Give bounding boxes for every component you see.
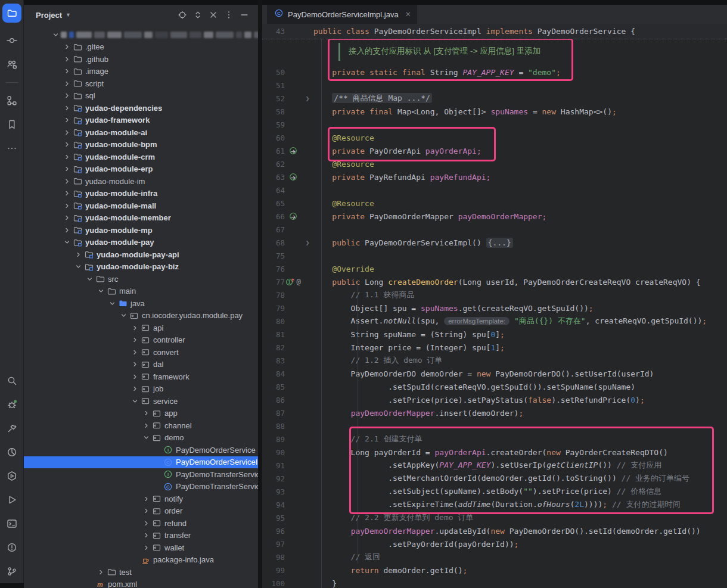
chevron-down-icon[interactable] [61, 238, 72, 247]
code-line-51[interactable]: 51 [262, 79, 727, 92]
tree-item-transfer[interactable]: transfer [24, 530, 258, 542]
panel-separator[interactable] [258, 0, 262, 588]
code-line-52[interactable]: 52❯ /** 商品信息 Map ...*/ [262, 92, 727, 105]
code-editor[interactable]: 接入的支付应用标识 从 [支付管理 -> 应用信息] 里添加50 private… [262, 39, 727, 588]
tree-item-PayDemoOrderService[interactable]: IPayDemoOrderService [24, 444, 258, 456]
tree-item-pom.xml[interactable]: mpom.xml [24, 578, 258, 588]
tree-item-service[interactable]: service [24, 395, 258, 407]
tree-item-yudao-module-erp[interactable]: yudao-module-erp [24, 163, 258, 176]
chevron-right-icon[interactable] [61, 176, 72, 186]
chevron-right-icon[interactable] [73, 250, 83, 259]
tree-item-sql[interactable]: sql [24, 90, 258, 102]
chevron-right-icon[interactable] [61, 164, 72, 174]
tree-item-yudao-module-mall[interactable]: yudao-module-mall [24, 200, 258, 212]
run-icon[interactable] [6, 494, 18, 506]
tree-item-yudao-module-bpm[interactable]: yudao-module-bpm [24, 139, 258, 151]
project-panel-title[interactable]: Project [36, 11, 62, 20]
rendered-doc-comment[interactable]: 接入的支付应用标识 从 [支付管理 -> 应用信息] 里添加 [262, 39, 727, 66]
pull-requests-icon[interactable]: ? [6, 58, 18, 70]
tree-item-PayDemoOrderServiceImpl[interactable]: CPayDemoOrderServiceImpl [24, 456, 258, 469]
code-line-76[interactable]: 76 @Override [262, 262, 727, 275]
project-icon[interactable] [2, 4, 21, 23]
tree-item-dal[interactable]: dal [24, 359, 258, 371]
code-line-65[interactable]: 65 @Resource [262, 197, 727, 210]
tree-item-root-redacted[interactable] [24, 29, 258, 41]
chevron-down-icon[interactable] [141, 433, 151, 443]
chevron-right-icon[interactable] [129, 335, 140, 345]
inject-gutter-icon[interactable] [285, 212, 302, 221]
tree-item-cn.iocoder.yudao.module.pay[interactable]: cn.iocoder.yudao.module.pay [24, 310, 258, 322]
chevron-right-icon[interactable] [129, 347, 140, 357]
tree-item-framework[interactable]: framework [24, 371, 258, 383]
structure-icon[interactable] [6, 95, 18, 107]
tree-item-yudao-module-pay-api[interactable]: yudao-module-pay-api [24, 248, 258, 261]
code-line-90[interactable]: 90 Long payOrderId = payOrderApi.createO… [262, 446, 727, 459]
tab-close-icon[interactable]: ✕ [405, 10, 411, 18]
code-line-80[interactable]: 80 Assert.notNull(spu, errorMsgTemplate:… [262, 315, 727, 328]
tree-item-yudao-module-infra[interactable]: yudao-module-infra [24, 188, 258, 200]
search-icon[interactable] [6, 375, 18, 387]
chevron-right-icon[interactable] [141, 506, 151, 516]
tree-item-yudao-module-mp[interactable]: yudao-module-mp [24, 224, 258, 237]
fold-arrow-icon[interactable]: ❯ [302, 239, 313, 247]
chevron-right-icon[interactable] [61, 103, 72, 113]
collapse-all-icon[interactable] [206, 8, 221, 21]
code-line-97[interactable]: 97 .setPayOrderId(payOrderId)); [262, 537, 727, 550]
chevron-right-icon[interactable] [129, 372, 140, 381]
build-icon[interactable] [6, 422, 18, 434]
project-tree[interactable]: .gitee.github.imagescriptsqlyudao-depend… [24, 29, 258, 588]
version-control-icon[interactable] [6, 565, 18, 577]
tree-item-package-info.java[interactable]: package-info.java [24, 554, 258, 567]
code-line-95[interactable]: 95 // 2.2 更新支付单到 demo 订单 [262, 511, 727, 524]
chevron-right-icon[interactable] [129, 384, 140, 394]
code-line-75[interactable]: 75 [262, 249, 727, 262]
code-line-67[interactable]: 67 [262, 223, 727, 236]
tree-item-yudao-dependencies[interactable]: yudao-dependencies [24, 102, 258, 114]
commit-icon[interactable] [6, 35, 18, 46]
tree-item-refund[interactable]: refund [24, 517, 258, 530]
debug-icon[interactable] [6, 399, 18, 410]
chevron-right-icon[interactable] [141, 531, 151, 540]
tree-item-controller[interactable]: controller [24, 334, 258, 347]
chevron-down-icon[interactable] [129, 396, 140, 406]
code-line-78[interactable]: 78 // 1.1 获得商品 [262, 288, 727, 301]
tree-item-wallet[interactable]: wallet [24, 542, 258, 554]
code-line-82[interactable]: 82 Integer price = (Integer) spu[1]; [262, 341, 727, 354]
chevron-right-icon[interactable] [61, 91, 72, 101]
chevron-right-icon[interactable] [141, 421, 151, 430]
tree-item-yudao-module-pay-biz[interactable]: yudao-module-pay-biz [24, 261, 258, 273]
locate-file-icon[interactable] [175, 8, 190, 21]
tree-item-PayDemoTransferServiceImpl[interactable]: CPayDemoTransferServiceImpl [24, 481, 258, 493]
code-line-93[interactable]: 93 .setSubject(spuName).setBody("").setP… [262, 485, 727, 498]
hide-panel-icon[interactable] [237, 8, 252, 21]
chevron-right-icon[interactable] [129, 323, 140, 332]
code-line-89[interactable]: 89 // 2.1 创建支付单 [262, 433, 727, 446]
tree-item-demo[interactable]: demo [24, 432, 258, 444]
tree-item-convert[interactable]: convert [24, 346, 258, 359]
chevron-down-icon[interactable] [50, 30, 61, 39]
tree-item-yudao-module-pay[interactable]: yudao-module-pay [24, 237, 258, 249]
code-line-87[interactable]: 87 payDemoOrderMapper.insert(demoOrder); [262, 406, 727, 419]
inject-gutter-icon[interactable] [285, 173, 302, 182]
chevron-right-icon[interactable] [141, 494, 151, 503]
code-line-61[interactable]: 61 private PayOrderApi payOrderApi; [262, 144, 727, 157]
tree-item-yudao-module-ai[interactable]: yudao-module-ai [24, 126, 258, 139]
chevron-right-icon[interactable] [61, 42, 72, 52]
tree-item-yudao-module-im[interactable]: yudao-module-im [24, 175, 258, 188]
chevron-right-icon[interactable] [95, 567, 106, 577]
options-icon[interactable] [221, 8, 237, 21]
chevron-right-icon[interactable] [61, 54, 72, 64]
code-line-83[interactable]: 83 // 1.2 插入 demo 订单 [262, 354, 727, 367]
services-icon[interactable] [6, 470, 18, 482]
tree-item-yudao-module-member[interactable]: yudao-module-member [24, 212, 258, 225]
code-line-43[interactable]: 43public class PayDemoOrderServiceImpl i… [262, 24, 727, 39]
more-tool-windows-icon[interactable] [6, 142, 18, 154]
code-line-66[interactable]: 66 private PayDemoOrderMapper payDemoOrd… [262, 210, 727, 223]
chevron-right-icon[interactable] [141, 409, 151, 418]
chevron-right-icon[interactable] [61, 152, 72, 161]
tree-item-job[interactable]: job [24, 383, 258, 396]
chevron-right-icon[interactable] [61, 213, 72, 223]
editor-tab[interactable]: C PayDemoOrderServiceImpl.java ✕ [267, 5, 417, 24]
code-line-100[interactable]: 100 } [262, 577, 727, 588]
bookmarks-icon[interactable] [6, 119, 18, 130]
